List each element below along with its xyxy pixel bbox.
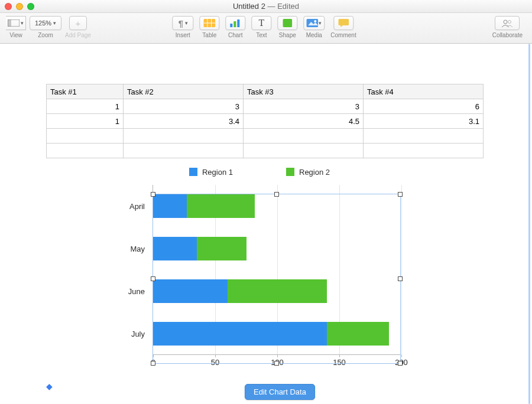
insert-button[interactable]: ¶ ▾ [172, 16, 193, 30]
table-header[interactable]: Task #4 [364, 84, 484, 99]
chevron-down-icon: ▾ [185, 20, 188, 26]
table-row [47, 144, 484, 158]
svg-marker-14 [340, 25, 343, 27]
collaborate-button[interactable] [495, 16, 520, 30]
chevron-down-icon: ▾ [53, 20, 56, 26]
table-label: Table [202, 32, 216, 38]
text-button[interactable]: T [251, 16, 271, 30]
chart-bar[interactable] [187, 194, 255, 218]
x-axis-label: 100 [271, 354, 284, 367]
chart-bar[interactable] [153, 322, 327, 346]
svg-rect-9 [283, 19, 292, 27]
pilcrow-icon: ¶ [177, 18, 184, 28]
table-header[interactable]: Task #3 [244, 84, 364, 99]
text-icon: T [257, 18, 266, 28]
chart-bar[interactable] [153, 194, 187, 218]
media-label: Media [306, 32, 322, 38]
shape-label: Shape [279, 32, 296, 38]
x-axis-label: 0 [151, 354, 155, 367]
shape-icon [283, 18, 292, 28]
svg-rect-7 [233, 21, 236, 27]
comment-button[interactable] [333, 16, 353, 30]
add-page-label: Add Page [65, 32, 91, 38]
comment-label: Comment [330, 32, 356, 38]
collaborate-label: Collaborate [492, 32, 523, 38]
text-label: Text [256, 32, 267, 38]
table-header[interactable]: Task #1 [47, 84, 124, 99]
table-row: 13.44.53.1 [47, 114, 484, 129]
y-axis-label: May [130, 245, 153, 253]
table-header[interactable]: Task #2 [124, 84, 244, 99]
svg-point-12 [314, 20, 316, 22]
scrollbar[interactable] [528, 44, 530, 404]
chart-legend: Region 1 Region 2 [117, 168, 402, 177]
legend-swatch-icon [189, 168, 197, 176]
svg-point-15 [504, 20, 507, 24]
zoom-dropdown[interactable]: 125% ▾ [30, 16, 61, 30]
y-axis-label: June [128, 287, 153, 296]
chart-bar[interactable] [153, 237, 197, 260]
edit-chart-data-button[interactable]: Edit Chart Data [245, 384, 315, 400]
svg-point-16 [508, 21, 511, 24]
y-axis-label: July [131, 330, 153, 338]
zoom-label: Zoom [38, 32, 53, 38]
svg-rect-8 [237, 19, 239, 27]
svg-rect-13 [338, 19, 349, 25]
chart-bar[interactable] [153, 279, 228, 303]
chart-label: Chart [228, 32, 242, 38]
comment-icon [338, 18, 349, 28]
table-button[interactable] [199, 16, 219, 30]
plus-icon: + [76, 19, 81, 28]
chart-icon [229, 18, 241, 28]
view-label: View [9, 32, 22, 38]
collaborate-icon [501, 18, 514, 28]
chart-bar[interactable] [327, 322, 389, 346]
insert-label: Insert [176, 32, 190, 38]
data-table[interactable]: Task #1 Task #2 Task #3 Task #4 1336 13.… [46, 84, 484, 158]
toolbar: ▾ View 125% ▾ Zoom + Add Page ¶ ▾ Insert [0, 13, 532, 44]
window-title: Untitled 2 — Edited [0, 2, 532, 11]
shape-button[interactable] [277, 16, 297, 30]
media-icon [306, 18, 318, 28]
chart-plot-area[interactable]: 050100150200AprilMayJuneJuly [153, 185, 401, 355]
table-icon [203, 18, 215, 28]
document-canvas[interactable]: Task #1 Task #2 Task #3 Task #4 1336 13.… [0, 44, 532, 404]
y-axis-label: April [129, 202, 153, 211]
chart-bar[interactable] [228, 279, 327, 303]
legend-swatch-icon [286, 168, 294, 176]
table-row [47, 129, 484, 144]
chart-button[interactable] [225, 16, 245, 30]
view-icon [8, 18, 20, 28]
legend-item: Region 1 [189, 168, 233, 177]
x-axis-label: 50 [211, 354, 219, 367]
chevron-down-icon: ▾ [319, 20, 322, 26]
legend-item: Region 2 [286, 168, 330, 177]
svg-rect-1 [8, 19, 11, 27]
view-button[interactable]: ▾ [6, 16, 26, 30]
svg-rect-6 [230, 24, 232, 27]
insertion-marker-icon: ◆ [46, 382, 53, 391]
x-axis-label: 150 [333, 354, 346, 367]
titlebar: Untitled 2 — Edited [0, 0, 532, 13]
x-axis-label: 200 [395, 354, 408, 367]
add-page-button[interactable]: + [69, 16, 87, 30]
chart-bar[interactable] [197, 237, 246, 260]
chart[interactable]: Region 1 Region 2 050100150200AprilMayJu… [117, 168, 402, 355]
table-row: 1336 [47, 99, 484, 114]
media-button[interactable]: ▾ [303, 16, 325, 30]
chevron-down-icon: ▾ [21, 20, 24, 26]
